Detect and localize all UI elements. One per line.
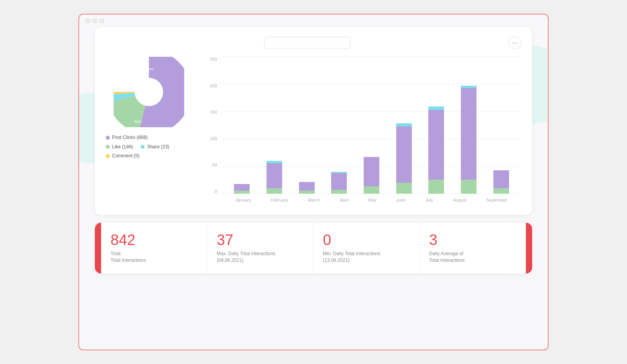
bar-green-may: [364, 186, 379, 194]
stats-row: 842 TotalTotal Interactions 37 Max. Dail…: [95, 223, 532, 274]
legend-item-share: Share (23): [141, 143, 169, 151]
legend-label-like: Like (146): [112, 143, 133, 151]
titlebar: [79, 14, 548, 27]
dot-3: [100, 18, 104, 23]
stats-accent-right: [526, 223, 532, 274]
legend-label-share: Share (23): [147, 143, 169, 151]
stat-total: 842 TotalTotal Interactions: [101, 223, 207, 274]
chart-area: %79 %17 %3%1 Post Clicks (668) Like (1: [106, 57, 521, 205]
bar-chart-wrap: 0 50 100 150 200 250: [204, 57, 521, 205]
bar-purple-march: [299, 182, 315, 191]
x-label-january: January: [236, 198, 251, 202]
bar-green-august: [461, 180, 477, 194]
dot-1: [85, 18, 90, 23]
bar-green-april: [331, 190, 347, 194]
x-label-february: February: [271, 198, 288, 202]
legend-item-comment: Comment (5): [106, 152, 192, 160]
more-button[interactable]: ⋯: [509, 36, 521, 49]
stat-label-min: Min. Daily Total Interactions(13.09.2021…: [323, 250, 410, 264]
bar-group-may: [364, 157, 379, 194]
bar-stack-february: [266, 161, 282, 194]
bar-green-june: [396, 183, 412, 194]
x-label-september: September: [486, 198, 507, 202]
bar-purple-may: [364, 157, 379, 186]
bar-cyan-july: [428, 106, 444, 110]
svg-text:%79: %79: [150, 97, 159, 102]
bar-stack-april: [331, 172, 347, 194]
bar-stack-july: [428, 106, 444, 194]
bar-purple-february: [266, 163, 282, 188]
dot-2: [92, 18, 97, 23]
legend-dot-cyan: [141, 145, 145, 149]
bar-group-august: [461, 86, 477, 194]
stat-min: 0 Min. Daily Total Interactions(13.09.20…: [314, 223, 420, 274]
bar-stack-january: [234, 184, 250, 194]
legend-dot-green: [106, 145, 110, 149]
pie-chart: %79 %17 %3%1: [114, 57, 184, 127]
bar-section: 0 50 100 150 200 250: [204, 57, 521, 205]
stat-label-avg: Daily Average ofTotal Interactions: [429, 250, 516, 264]
stat-value-max: 37: [217, 232, 304, 247]
bar-purple-august: [461, 88, 477, 180]
pie-svg: %79 %17 %3%1: [114, 57, 184, 127]
stat-avg: 3 Daily Average ofTotal Interactions: [420, 223, 526, 274]
bar-green-july: [428, 180, 444, 194]
bar-stack-august: [461, 86, 477, 194]
bar-purple-july: [428, 110, 444, 180]
svg-text:%17: %17: [134, 120, 141, 124]
pie-section: %79 %17 %3%1 Post Clicks (668) Like (1: [106, 57, 192, 161]
bar-stack-june: [396, 123, 412, 194]
bar-purple-january: [234, 184, 250, 191]
x-label-april: April: [340, 198, 348, 202]
bar-purple-june: [396, 126, 412, 183]
legend-item-postclicks: Post Clicks (668): [106, 133, 192, 142]
bar-group-june: [396, 123, 412, 194]
stat-label-total: TotalTotal Interactions: [111, 250, 198, 264]
bars-container: [222, 57, 521, 194]
bar-green-february: [266, 188, 282, 194]
stat-value-avg: 3: [429, 232, 516, 247]
bar-group-july: [428, 106, 444, 194]
legend: Post Clicks (668) Like (146) Share (23): [106, 133, 192, 160]
legend-label-postclicks: Post Clicks (668): [112, 133, 148, 142]
svg-text:%3%1: %3%1: [145, 67, 154, 71]
bar-purple-september: [493, 170, 509, 188]
x-label-may: May: [368, 198, 377, 202]
y-label-100: 100: [204, 136, 219, 141]
bar-stack-september: [493, 170, 509, 194]
main-card: ⋯: [95, 27, 532, 215]
y-label-200: 200: [204, 83, 219, 88]
x-labels: JanuaryFebruaryMarchAprilMayJuneJulyAugu…: [222, 195, 521, 205]
x-label-june: June: [396, 198, 406, 202]
stat-max: 37 Max. Daily Total Interactions(04.06.2…: [207, 223, 314, 274]
x-label-july: July: [426, 198, 433, 202]
bar-green-september: [493, 188, 509, 194]
x-label-august: August: [453, 198, 466, 202]
y-axis: 0 50 100 150 200 250: [204, 57, 219, 194]
bar-group-april: [331, 172, 347, 194]
y-label-250: 250: [204, 57, 219, 61]
card-header: ⋯: [106, 36, 521, 49]
legend-dot-purple: [106, 136, 110, 140]
legend-label-comment: Comment (5): [112, 152, 140, 160]
legend-dot-yellow: [106, 154, 110, 158]
bar-group-march: [299, 182, 315, 194]
chart-inner: [222, 57, 521, 194]
month-input[interactable]: [264, 37, 350, 49]
bar-stack-may: [364, 157, 379, 194]
bar-group-september: [493, 170, 509, 194]
x-label-march: March: [308, 198, 320, 202]
stats-accent-left: [95, 223, 101, 274]
svg-point-4: [135, 78, 163, 106]
bar-green-march: [299, 191, 315, 194]
stat-value-min: 0: [323, 232, 410, 247]
bar-group-january: [234, 184, 250, 194]
stat-label-max: Max. Daily Total Interactions(04.06.2021…: [217, 250, 304, 264]
window-frame: ⋯: [78, 14, 549, 350]
bar-purple-april: [331, 173, 347, 190]
y-label-150: 150: [204, 110, 219, 114]
bar-cyan-june: [396, 123, 412, 126]
y-label-0: 0: [204, 189, 219, 194]
stat-value-total: 842: [111, 232, 198, 247]
bar-stack-march: [299, 182, 315, 194]
